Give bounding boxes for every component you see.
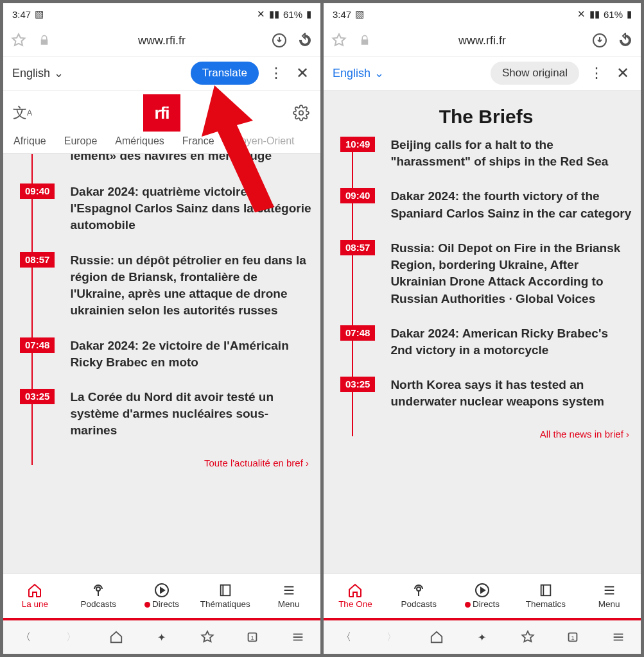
tab-the-one[interactable]: The One <box>324 574 387 618</box>
forward-icon[interactable]: 〉 <box>383 629 400 645</box>
tab-europe[interactable]: Europe <box>64 135 98 147</box>
status-time: 3:47 <box>12 9 31 20</box>
news-item[interactable]: 00:00 lement» des navires en mer Rouge <box>33 154 311 166</box>
news-headline: Russie: un dépôt pétrolier en feu dans l… <box>70 252 311 320</box>
tab-podcasts[interactable]: Podcasts <box>67 574 130 618</box>
tab-afrique[interactable]: Afrique <box>13 135 46 147</box>
battery-icon: ▮ <box>627 8 632 20</box>
bookmark-star-icon[interactable] <box>10 31 28 49</box>
language-select[interactable]: English ⌄ <box>12 66 64 80</box>
hamburger-icon <box>602 583 616 598</box>
forward-icon[interactable]: 〉 <box>63 629 80 645</box>
status-time: 3:47 <box>333 9 351 20</box>
tab-menu[interactable]: Menu <box>577 574 641 618</box>
tab-la-une[interactable]: La une <box>3 574 67 618</box>
home-nav-icon[interactable] <box>108 629 125 645</box>
gear-icon[interactable] <box>292 104 310 122</box>
menu-nav-icon[interactable] <box>290 629 306 645</box>
reload-icon[interactable] <box>296 31 314 49</box>
back-icon[interactable]: 〈 <box>338 629 354 645</box>
news-item[interactable]: 10:49 Beijing calls for a halt to the "h… <box>353 137 632 170</box>
download-icon[interactable] <box>591 31 609 49</box>
wifi-off-icon: ✕ <box>577 8 586 20</box>
more-options-icon[interactable]: ⋮ <box>265 65 287 81</box>
news-content[interactable]: The Briefs 10:49 Beijing calls for a hal… <box>324 90 641 573</box>
more-options-icon[interactable]: ⋮ <box>586 65 607 81</box>
section-title: The Briefs <box>340 90 632 137</box>
language-label: English <box>333 67 370 80</box>
news-headline: La Corée du Nord dit avoir testé un syst… <box>70 389 311 439</box>
news-time: 10:49 <box>340 137 375 152</box>
status-bar: 3:47 ▧ ✕ ▮▮ 61% ▮ <box>3 3 320 25</box>
language-select[interactable]: English ⌄ <box>333 66 384 80</box>
lock-icon <box>356 31 374 49</box>
tabs-icon[interactable]: 1 <box>244 629 261 645</box>
sparkle-icon[interactable]: ✦ <box>474 629 491 645</box>
tabs-icon[interactable]: 1 <box>564 629 581 645</box>
browser-toolbar: www.rfi.fr <box>3 25 320 56</box>
news-item[interactable]: 09:40 Dakar 2024: quatrième victoire de … <box>33 183 311 234</box>
translate-bar: English ⌄ Translate ⋮ ✕ <box>3 56 320 90</box>
tab-thematiques[interactable]: Thématiques <box>193 574 257 618</box>
battery-pct: 61% <box>283 9 302 20</box>
news-item[interactable]: 08:57 Russie: un dépôt pétrolier en feu … <box>33 252 311 320</box>
play-circle-icon <box>474 583 490 598</box>
reload-icon[interactable] <box>616 31 634 49</box>
translate-button[interactable]: Translate <box>191 62 259 85</box>
tab-menu[interactable]: Menu <box>257 574 320 618</box>
news-headline: Dakar 2024: quatrième victoire de l'Espa… <box>70 183 311 234</box>
tab-france[interactable]: France <box>182 135 214 147</box>
tab-ameriques[interactable]: Amériques <box>115 135 164 147</box>
close-icon[interactable]: ✕ <box>614 64 632 82</box>
sparkle-icon[interactable]: ✦ <box>153 629 170 645</box>
news-headline: Dakar 2024: 2e victoire de l'Américain R… <box>70 337 311 371</box>
system-nav-bar: 〈 〉 ✦ 1 <box>3 620 320 654</box>
tab-thematics[interactable]: Thematics <box>514 574 577 618</box>
star-nav-icon[interactable] <box>519 629 536 645</box>
url-text[interactable]: www.rfi.fr <box>381 34 583 47</box>
close-icon[interactable]: ✕ <box>293 64 311 82</box>
url-text[interactable]: www.rfi.fr <box>61 34 263 47</box>
tab-podcasts[interactable]: Podcasts <box>387 574 451 618</box>
tab-moyen-orient[interactable]: Moyen-Orient <box>232 135 295 147</box>
news-content[interactable]: 00:00 lement» des navires en mer Rouge 0… <box>3 154 320 573</box>
news-item[interactable]: 07:48 Dakar 2024: 2e victoire de l'Améri… <box>33 337 311 371</box>
news-time: 03:25 <box>20 389 55 404</box>
back-icon[interactable]: 〈 <box>17 629 34 645</box>
more-news-link[interactable]: All the news in brief › <box>340 429 632 439</box>
app-bottom-tabs: La une Podcasts Directs Thématiques Menu <box>3 573 320 618</box>
chevron-down-icon: ⌄ <box>374 66 384 80</box>
site-category-tabs[interactable]: Afrique Europe Amériques France Moyen-Or… <box>3 135 320 154</box>
screenshot-icon: ▧ <box>35 8 44 20</box>
rfi-logo[interactable]: rfi <box>143 94 180 132</box>
news-time: 09:40 <box>340 188 375 203</box>
screenshot-icon: ▧ <box>355 8 364 20</box>
more-news-link[interactable]: Toute l'actualité en bref › <box>20 457 311 468</box>
star-nav-icon[interactable] <box>199 629 216 645</box>
news-item[interactable]: 08:57 Russia: Oil Depot on Fire in the B… <box>353 240 632 307</box>
podcast-icon <box>411 583 426 598</box>
svg-point-2 <box>299 111 304 115</box>
news-item[interactable]: 07:48 Dakar 2024: American Ricky Brabec'… <box>353 325 632 359</box>
phone-right: 3:47 ▧ ✕ ▮▮ 61% ▮ www.rfi.fr English ⌄ <box>324 3 641 654</box>
play-circle-icon <box>154 583 170 598</box>
download-icon[interactable] <box>270 31 288 49</box>
svg-point-3 <box>96 587 100 591</box>
news-item[interactable]: 09:40 Dakar 2024: the fourth victory of … <box>353 188 632 221</box>
news-headline: Dakar 2024: the fourth victory of the Sp… <box>390 188 632 221</box>
news-item[interactable]: 03:25 La Corée du Nord dit avoir testé u… <box>33 389 311 439</box>
news-time: 07:48 <box>340 325 375 341</box>
news-item[interactable]: 03:25 North Korea says it has tested an … <box>353 377 632 410</box>
svg-text:1: 1 <box>571 635 575 641</box>
news-headline: Russia: Oil Depot on Fire in the Briansk… <box>390 240 632 307</box>
svg-rect-5 <box>220 585 230 596</box>
home-nav-icon[interactable] <box>428 629 445 645</box>
tab-directs[interactable]: Directs <box>451 574 514 618</box>
menu-nav-icon[interactable] <box>610 629 627 645</box>
bookmark-star-icon[interactable] <box>330 31 348 49</box>
tab-directs[interactable]: Directs <box>130 574 194 618</box>
show-original-button[interactable]: Show original <box>491 62 579 85</box>
system-nav-bar: 〈 〉 ✦ 1 <box>324 620 641 654</box>
translate-lang-icon[interactable]: 文A <box>13 104 31 122</box>
live-dot-icon <box>465 602 471 608</box>
